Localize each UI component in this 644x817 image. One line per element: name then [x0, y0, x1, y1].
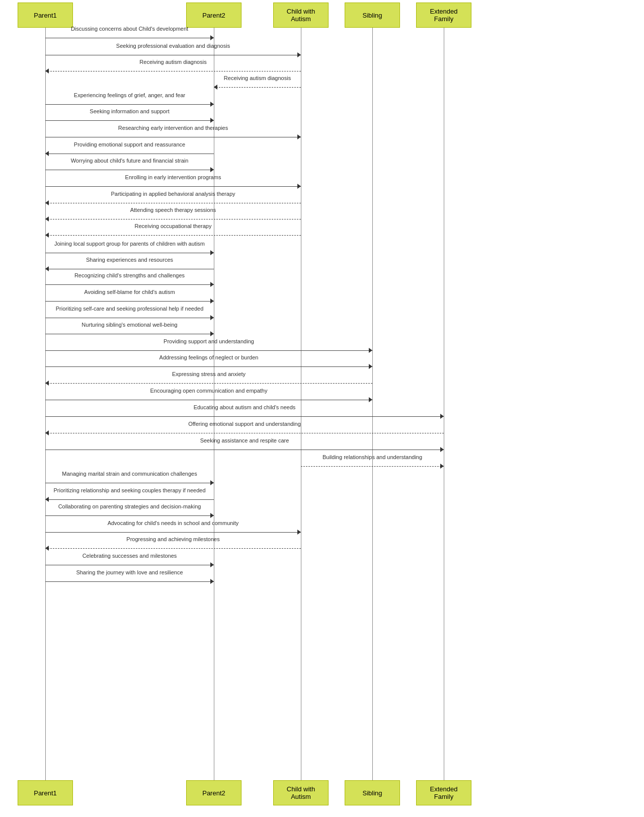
actor-box-top-sibling: Sibling: [345, 3, 400, 28]
message-label-7: Providing emotional support and reassura…: [74, 141, 185, 148]
actor-box-top-child: Child with Autism: [273, 3, 329, 28]
message-26: Building relationships and understanding: [301, 461, 444, 471]
message-label-0: Discussing concerns about Child's develo…: [71, 26, 188, 33]
message-30: Advocating for child's needs in school a…: [45, 527, 301, 537]
message-20: Addressing feelings of neglect or burden: [45, 361, 372, 372]
message-label-2: Receiving autism diagnosis: [139, 59, 206, 66]
message-28: Prioritizing relationship and seeking co…: [45, 494, 214, 504]
actor-box-bottom-extended: Extended Family: [416, 780, 471, 805]
message-label-5: Seeking information and support: [90, 108, 169, 115]
message-16: Avoiding self-blame for child's autism: [45, 296, 214, 306]
message-label-24: Offering emotional support and understan…: [188, 421, 301, 428]
message-8: Worrying about child's future and financ…: [45, 165, 214, 175]
message-label-25: Seeking assistance and respite care: [200, 437, 289, 444]
actor-box-top-parent1: Parent1: [18, 3, 73, 28]
message-label-32: Celebrating successes and milestones: [83, 553, 177, 560]
message-32: Celebrating successes and milestones: [45, 560, 214, 570]
actor-box-bottom-parent1: Parent1: [18, 780, 73, 805]
message-label-3: Receiving autism diagnosis: [224, 75, 291, 82]
actor-box-top-extended: Extended Family: [416, 3, 471, 28]
message-18: Nurturing sibling's emotional well-being: [45, 329, 214, 339]
message-label-18: Nurturing sibling's emotional well-being: [82, 322, 177, 329]
message-2: Receiving autism diagnosis: [45, 66, 301, 76]
message-label-13: Joining local support group for parents …: [54, 241, 205, 248]
message-10: Participating in applied behavioral anal…: [45, 198, 301, 208]
message-15: Recognizing child's strengths and challe…: [45, 279, 214, 289]
message-label-10: Participating in applied behavioral anal…: [111, 191, 235, 198]
message-9: Enrolling in early intervention programs: [45, 181, 301, 191]
message-33: Sharing the journey with love and resili…: [45, 576, 214, 586]
message-label-12: Receiving occupational therapy: [135, 223, 212, 230]
message-label-4: Experiencing feelings of grief, anger, a…: [74, 92, 185, 99]
message-6: Researching early intervention and thera…: [45, 132, 301, 142]
message-1: Seeking professional evaluation and diag…: [45, 50, 301, 60]
lifeline-sibling: [372, 28, 373, 780]
message-4: Experiencing feelings of grief, anger, a…: [45, 99, 214, 109]
message-label-9: Enrolling in early intervention programs: [125, 174, 221, 181]
message-label-23: Educating about autism and child's needs: [194, 404, 296, 411]
message-label-29: Collaborating on parenting strategies an…: [58, 503, 201, 510]
message-19: Providing support and understanding: [45, 345, 372, 355]
message-0: Discussing concerns about Child's develo…: [45, 33, 214, 43]
message-12: Receiving occupational therapy: [45, 230, 301, 240]
message-label-16: Avoiding self-blame for child's autism: [84, 289, 175, 296]
message-29: Collaborating on parenting strategies an…: [45, 510, 214, 521]
message-label-26: Building relationships and understanding: [323, 454, 422, 461]
message-label-30: Advocating for child's needs in school a…: [108, 520, 239, 527]
message-17: Prioritizing self-care and seeking profe…: [45, 313, 214, 323]
message-24: Offering emotional support and understan…: [45, 428, 444, 438]
actor-box-top-parent2: Parent2: [186, 3, 242, 28]
message-label-33: Sharing the journey with love and resili…: [76, 569, 183, 576]
message-5: Seeking information and support: [45, 115, 214, 125]
message-25: Seeking assistance and respite care: [45, 444, 444, 455]
message-22: Encouraging open communication and empat…: [45, 395, 372, 405]
message-label-27: Managing marital strain and communicatio…: [62, 471, 197, 478]
message-label-21: Expressing stress and anxiety: [172, 371, 246, 378]
message-27: Managing marital strain and communicatio…: [45, 478, 214, 488]
message-label-8: Worrying about child's future and financ…: [71, 158, 189, 165]
message-21: Expressing stress and anxiety: [45, 378, 372, 388]
message-13: Joining local support group for parents …: [45, 248, 214, 258]
message-label-31: Progressing and achieving milestones: [126, 536, 219, 543]
actor-box-bottom-child: Child with Autism: [273, 780, 329, 805]
actor-box-bottom-parent2: Parent2: [186, 780, 242, 805]
message-3: Receiving autism diagnosis: [214, 82, 301, 92]
message-label-28: Prioritizing relationship and seeking co…: [53, 487, 205, 494]
message-label-20: Addressing feelings of neglect or burden: [159, 354, 259, 361]
message-7: Providing emotional support and reassura…: [45, 148, 214, 159]
sequence-diagram: Parent1Parent2Child with AutismSiblingEx…: [0, 0, 644, 817]
message-label-15: Recognizing child's strengths and challe…: [74, 272, 185, 279]
message-label-19: Providing support and understanding: [164, 338, 254, 345]
message-label-14: Sharing experiences and resources: [86, 257, 173, 264]
message-31: Progressing and achieving milestones: [45, 543, 301, 553]
message-11: Attending speech therapy sessions: [45, 214, 301, 224]
actor-box-bottom-sibling: Sibling: [345, 780, 400, 805]
message-label-1: Seeking professional evaluation and diag…: [116, 43, 230, 50]
message-23: Educating about autism and child's needs: [45, 411, 444, 421]
message-label-17: Prioritizing self-care and seeking profe…: [56, 306, 204, 313]
message-label-6: Researching early intervention and thera…: [118, 125, 228, 132]
message-label-11: Attending speech therapy sessions: [130, 207, 216, 214]
lifeline-extended: [444, 28, 444, 780]
message-label-22: Encouraging open communication and empat…: [150, 388, 268, 395]
